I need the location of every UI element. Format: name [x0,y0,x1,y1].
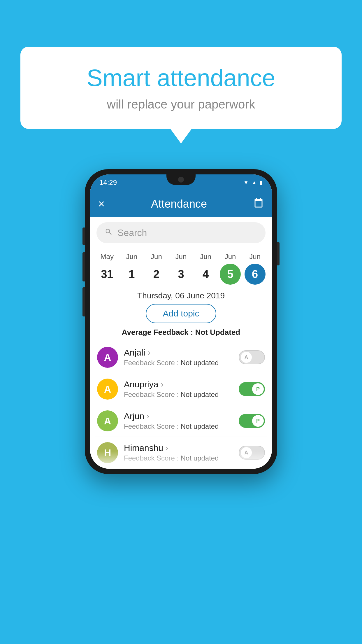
header-title: Attendance [151,198,207,210]
attendance-toggle[interactable]: A [239,446,265,460]
student-info: AnjaliFeedback Score : Not updated [124,348,233,367]
student-name: Anupriya [124,379,233,389]
search-placeholder: Search [117,228,147,238]
avg-feedback: Average Feedback : Not Updated [90,328,272,337]
student-name: Arjun [124,411,233,421]
status-time: 14:29 [99,178,117,187]
cal-month-label: Jun [175,253,187,261]
student-item[interactable]: AArjunFeedback Score : Not updatedP [95,405,267,437]
phone-screen: 14:29 ▼ ▲ ▮ × Attendance [90,174,272,469]
cal-date-number[interactable]: 6 [245,264,266,285]
volume-up-button [82,252,85,281]
student-feedback: Feedback Score : Not updated [124,359,233,367]
cal-month-label: Jun [249,253,261,261]
power-button [277,242,280,265]
app-header: × Attendance [90,191,272,217]
phone-notch [166,174,196,185]
cal-date-number[interactable]: 31 [96,264,117,285]
student-feedback: Feedback Score : Not updated [124,391,233,399]
bubble-subtitle: will replace your paperwork [44,97,318,111]
selected-date-text: Thursday, 06 June 2019 [90,285,272,304]
calendar-day[interactable]: Jun2 [145,253,168,285]
cal-date-number[interactable]: 4 [195,264,216,285]
student-item[interactable]: AAnjaliFeedback Score : Not updatedA [95,342,267,373]
calendar-day[interactable]: Jun3 [169,253,193,285]
cal-month-label: Jun [225,253,236,261]
student-info: ArjunFeedback Score : Not updated [124,411,233,430]
cal-date-number[interactable]: 2 [146,264,167,285]
cal-date-number[interactable]: 3 [171,264,191,285]
speech-bubble: Smart attendance will replace your paper… [20,47,342,129]
toggle-thumb: P [252,383,264,395]
cal-date-number[interactable]: 5 [220,264,241,285]
phone-frame: 14:29 ▼ ▲ ▮ × Attendance [85,169,277,474]
toggle-switch[interactable]: A [239,350,265,364]
student-list: AAnjaliFeedback Score : Not updatedAAAnu… [90,342,272,469]
attendance-toggle[interactable]: P [239,414,265,428]
status-icons: ▼ ▲ ▮ [243,179,263,186]
student-avatar: A [97,410,118,431]
calendar-day[interactable]: May31 [95,253,119,285]
calendar-row: May31Jun1Jun2Jun3Jun4Jun5Jun6 [90,249,272,285]
student-avatar: A [97,347,118,368]
avg-feedback-value: Not Updated [195,328,240,337]
phone-wrapper: 14:29 ▼ ▲ ▮ × Attendance [85,169,277,474]
volume-down-button [82,287,85,316]
calendar-day[interactable]: Jun4 [194,253,217,285]
calendar-day[interactable]: Jun5 [219,253,242,285]
cal-date-number[interactable]: 1 [121,264,142,285]
cal-month-label: Jun [126,253,137,261]
side-button-1 [82,228,85,245]
toggle-switch[interactable]: P [239,382,265,396]
student-avatar: A [97,379,118,400]
speech-bubble-wrapper: Smart attendance will replace your paper… [20,47,342,129]
close-button[interactable]: × [98,198,105,209]
calendar-day[interactable]: Jun6 [243,253,267,285]
bubble-title: Smart attendance [44,64,318,92]
student-info: HimanshuFeedback Score : Not updated [124,443,233,462]
toggle-switch[interactable]: A [239,446,265,460]
front-camera [178,177,184,183]
toggle-thumb: P [252,415,264,427]
student-name: Himanshu [124,443,233,453]
calendar-icon[interactable] [253,197,264,210]
search-icon [105,228,113,238]
attendance-toggle[interactable]: A [239,350,265,364]
toggle-switch[interactable]: P [239,414,265,428]
student-name: Anjali [124,348,233,358]
avg-feedback-label: Average Feedback : [122,328,195,337]
signal-icon: ▲ [252,180,257,186]
wifi-icon: ▼ [243,180,249,186]
cal-month-label: Jun [151,253,162,261]
attendance-toggle[interactable]: P [239,382,265,396]
student-item[interactable]: AAnupriyaFeedback Score : Not updatedP [95,373,267,405]
student-avatar: H [97,442,118,463]
search-bar[interactable]: Search [96,222,266,243]
calendar-day[interactable]: Jun1 [120,253,143,285]
student-feedback: Feedback Score : Not updated [124,422,233,430]
add-topic-button[interactable]: Add topic [146,304,216,323]
student-item[interactable]: HHimanshuFeedback Score : Not updatedA [95,437,267,469]
student-info: AnupriyaFeedback Score : Not updated [124,379,233,399]
cal-month-label: May [101,253,114,261]
toggle-thumb: A [240,351,252,363]
toggle-thumb: A [240,447,252,459]
student-feedback: Feedback Score : Not updated [124,454,233,462]
cal-month-label: Jun [200,253,211,261]
battery-icon: ▮ [260,179,263,186]
